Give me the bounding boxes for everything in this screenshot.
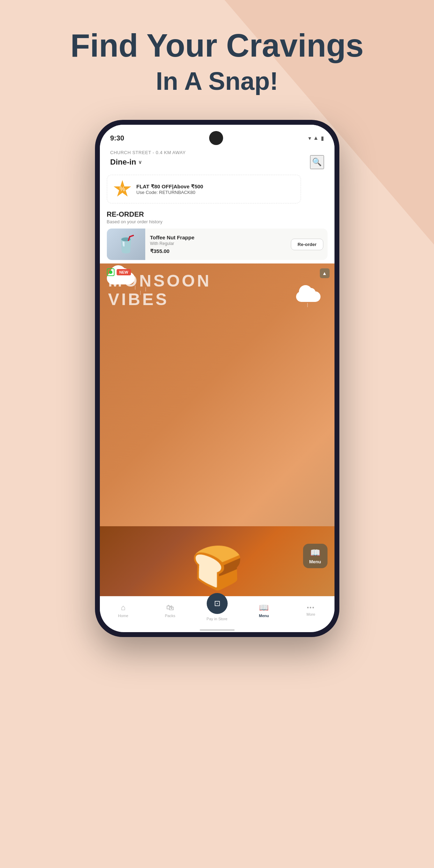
- reorder-item-price: ₹355.00: [150, 248, 286, 254]
- home-nav-label: Home: [118, 614, 128, 618]
- promo-badge: %: [113, 180, 132, 198]
- nav-item-more[interactable]: ••• More: [287, 600, 334, 621]
- food-image-area: [100, 526, 334, 596]
- reorder-card: Toffee Nut Frappe With Regular ₹355.00 R…: [107, 229, 328, 260]
- new-badge-area: NEW: [107, 268, 131, 276]
- rain-drop-4: |: [312, 297, 313, 302]
- camera-notch: [209, 131, 223, 145]
- nav-item-pay-in-store[interactable]: ⊡ Pay in Store: [193, 600, 240, 621]
- dine-in-label: Dine-in: [110, 158, 137, 167]
- rain-drop-1: |: [135, 284, 136, 290]
- phone-frame: 9:30 ▾ ▲ ▮ CHURCH STREET - 0.4 KM AWAY D…: [95, 120, 339, 637]
- promo-card[interactable]: % FLAT ₹80 OFF|Above ₹500 Use Code: RETU…: [107, 175, 301, 203]
- hero-header: Find Your Cravings In A Snap!: [70, 28, 363, 95]
- home-icon: ⌂: [121, 603, 125, 612]
- status-bar: 9:30 ▾ ▲ ▮: [100, 125, 334, 145]
- reorder-item-variant: With Regular: [150, 241, 286, 246]
- menu-icon: 📖: [259, 603, 269, 612]
- monsoon-banner: MONSOON VIBES | | | | | NEW ▲: [100, 263, 334, 596]
- monsoon-title-line1: MONSOON: [108, 272, 326, 290]
- dine-in-selector[interactable]: Dine-in ∨: [110, 158, 142, 167]
- veg-icon: [107, 268, 115, 276]
- wifi-icon: ▾: [308, 135, 311, 142]
- frappe-illustration: [107, 229, 145, 260]
- signal-icon: ▲: [313, 135, 319, 141]
- reorder-button[interactable]: Re-order: [291, 239, 323, 250]
- rain-drop-2: |: [140, 290, 141, 295]
- reorder-subtitle: Based on your order history: [107, 219, 328, 224]
- phone-screen: 9:30 ▾ ▲ ▮ CHURCH STREET - 0.4 KM AWAY D…: [100, 125, 334, 632]
- more-nav-label: More: [307, 612, 315, 616]
- new-label: NEW: [117, 269, 131, 275]
- location-address: CHURCH STREET - 0.4 KM AWAY: [110, 150, 324, 155]
- more-icon: •••: [307, 605, 315, 611]
- reorder-title: RE-ORDER: [107, 210, 328, 218]
- scroll-up-icon[interactable]: ▲: [320, 268, 330, 278]
- pay-in-store-button[interactable]: ⊡: [207, 593, 228, 614]
- promo-text: FLAT ₹80 OFF|Above ₹500 Use Code: RETURN…: [137, 183, 203, 195]
- search-icon: 🔍: [312, 158, 322, 167]
- pay-nav-label: Pay in Store: [207, 617, 228, 621]
- menu-fab-icon: 📖: [310, 548, 321, 558]
- reorder-section: RE-ORDER Based on your order history Tof…: [100, 203, 334, 263]
- promo-sub-text: Use Code: RETURNBACK80: [137, 190, 203, 195]
- pay-in-store-icon: ⊡: [214, 599, 220, 608]
- rain-drop-3: |: [145, 286, 146, 291]
- promo-main-text: FLAT ₹80 OFF|Above ₹500: [137, 183, 203, 190]
- veg-dot: [109, 270, 112, 274]
- phone-mockup: 9:30 ▾ ▲ ▮ CHURCH STREET - 0.4 KM AWAY D…: [95, 120, 339, 637]
- home-indicator: [200, 629, 235, 631]
- search-button[interactable]: 🔍: [310, 155, 324, 169]
- nav-item-menu[interactable]: 📖 Menu: [241, 600, 287, 621]
- chevron-down-icon: ∨: [138, 159, 142, 165]
- reorder-item-name: Toffee Nut Frappe: [150, 234, 286, 240]
- menu-fab-button[interactable]: 📖 Menu: [303, 544, 328, 568]
- nav-item-packs[interactable]: 🛍 Packs: [147, 600, 193, 621]
- food-photo: [100, 526, 334, 596]
- reorder-item-info: Toffee Nut Frappe With Regular ₹355.00: [150, 231, 286, 258]
- bottom-navigation: ⌂ Home 🛍 Packs ⊡ Pay in Store 📖 Menu: [100, 596, 334, 628]
- battery-icon: ▮: [321, 135, 324, 142]
- percent-icon: %: [119, 186, 125, 193]
- reorder-item-image: [107, 229, 145, 260]
- sub-headline: In A Snap!: [70, 67, 363, 95]
- rain-drop-5: |: [307, 302, 308, 307]
- location-bar: CHURCH STREET - 0.4 KM AWAY Dine-in ∨ 🔍: [100, 145, 334, 169]
- nav-item-home[interactable]: ⌂ Home: [100, 600, 147, 621]
- status-icons: ▾ ▲ ▮: [308, 135, 324, 142]
- promo-section: % FLAT ₹80 OFF|Above ₹500 Use Code: RETU…: [100, 169, 334, 203]
- menu-nav-label: Menu: [259, 614, 269, 618]
- status-time: 9:30: [110, 134, 124, 142]
- menu-fab-label: Menu: [309, 559, 321, 564]
- packs-nav-label: Packs: [165, 614, 175, 618]
- main-headline: Find Your Cravings: [70, 28, 363, 63]
- packs-icon: 🛍: [166, 603, 174, 612]
